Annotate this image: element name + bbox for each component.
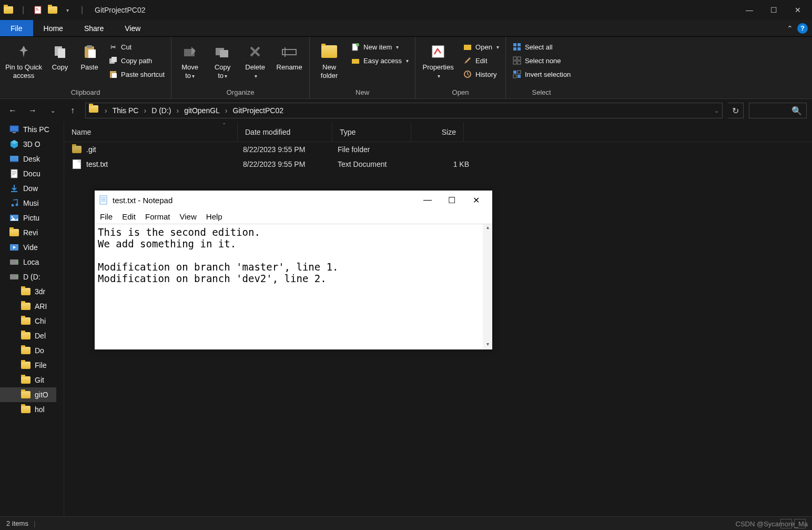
sidebar-item[interactable]: Desk <box>0 152 64 166</box>
sidebar-scrollbar[interactable] <box>56 122 64 522</box>
svg-point-47 <box>16 276 17 277</box>
select-none-icon <box>512 56 522 65</box>
paste-shortcut-button[interactable]: Paste shortcut <box>106 68 167 80</box>
select-all-button[interactable]: Select all <box>510 41 573 53</box>
svg-rect-31 <box>513 75 516 78</box>
copy-to-icon <box>213 42 232 61</box>
notepad-menu-view[interactable]: View <box>180 212 197 221</box>
col-name[interactable]: Name <box>64 122 238 142</box>
cut-button[interactable]: ✂Cut <box>106 41 167 53</box>
sidebar-item[interactable]: This PC <box>0 122 64 137</box>
breadcrumb-current[interactable]: GitProjectPC02 <box>233 106 283 115</box>
maximize-button[interactable]: ☐ <box>762 0 786 20</box>
breadcrumb-thispc[interactable]: This PC <box>113 106 139 115</box>
col-date[interactable]: Date modified <box>238 122 332 142</box>
notepad-textarea[interactable]: This is the second edition. We add somet… <box>95 224 492 349</box>
notepad-maximize-button[interactable]: ☐ <box>440 192 464 208</box>
sidebar-item[interactable]: Dow <box>0 181 64 196</box>
notepad-menu-help[interactable]: Help <box>206 212 222 221</box>
notepad-menu-format[interactable]: Format <box>145 212 170 221</box>
sidebar-item[interactable]: ARI <box>0 299 64 314</box>
open-button[interactable]: Open▾ <box>461 41 501 53</box>
sidebar-item[interactable]: Chi <box>0 314 64 328</box>
nav-recent-button[interactable]: ⌄ <box>45 103 60 118</box>
sidebar-item[interactable]: File <box>0 358 64 373</box>
tab-share[interactable]: Share <box>74 20 114 36</box>
select-none-button[interactable]: Select none <box>510 55 573 66</box>
minimize-button[interactable]: — <box>737 0 762 20</box>
sidebar-item[interactable]: Del <box>0 328 64 343</box>
notepad-titlebar[interactable]: test.txt - Notepad — ☐ ✕ <box>95 191 492 209</box>
search-input[interactable]: 🔍 <box>749 103 807 118</box>
nav-sidebar[interactable]: This PC3D ODeskDocuDowMusiPictuReviVideL… <box>0 122 64 522</box>
tab-file[interactable]: File <box>0 20 33 36</box>
pin-to-quick-access-button[interactable]: Pin to Quick access <box>4 39 43 81</box>
tab-home[interactable]: Home <box>33 20 74 36</box>
sidebar-item[interactable]: 3dr <box>0 284 64 299</box>
sidebar-item[interactable]: Revi <box>0 225 64 240</box>
music-icon <box>9 198 19 208</box>
notepad-menu-file[interactable]: File <box>100 212 113 221</box>
copy-path-button[interactable]: Copy path <box>106 55 167 66</box>
sidebar-item[interactable]: Musi <box>0 196 64 211</box>
breadcrumb-dropdown-icon[interactable]: ⌄ <box>714 107 719 114</box>
scroll-down-icon[interactable]: ▾ <box>483 341 492 349</box>
tab-view[interactable]: View <box>114 20 151 36</box>
history-button[interactable]: History <box>461 68 501 80</box>
help-button[interactable]: ? <box>797 23 808 34</box>
sidebar-item[interactable]: Git <box>0 373 64 387</box>
notepad-scrollbar[interactable]: ▴ ▾ <box>483 224 492 349</box>
file-row[interactable]: .git8/22/2023 9:55 PMFile folder <box>64 142 812 157</box>
ribbon-group-clipboard: Pin to Quick access Copy Paste ✂Cut Copy… <box>0 37 171 98</box>
edit-button[interactable]: Edit <box>461 55 501 66</box>
svg-point-39 <box>12 204 14 207</box>
rename-button[interactable]: Rename <box>273 39 305 72</box>
paste-button[interactable]: Paste <box>77 39 102 72</box>
nav-up-button[interactable]: ↑ <box>65 103 80 118</box>
ribbon-collapse-button[interactable]: ⌃ <box>787 24 793 33</box>
qat-properties-icon[interactable] <box>32 4 44 16</box>
svg-rect-33 <box>10 126 18 132</box>
move-to-button[interactable]: Move to▾ <box>176 39 204 81</box>
col-size[interactable]: Size <box>411 122 464 142</box>
sidebar-item[interactable]: Loca <box>0 255 64 269</box>
new-folder-button[interactable]: New folder <box>314 39 344 81</box>
qat-dropdown-icon[interactable]: ▾ <box>61 4 74 16</box>
sidebar-item[interactable]: gitO <box>0 387 64 402</box>
breadcrumb-drive[interactable]: D (D:) <box>151 106 171 115</box>
notepad-minimize-button[interactable]: — <box>415 192 440 208</box>
qat-newfolder-icon[interactable] <box>46 4 59 16</box>
notepad-close-button[interactable]: ✕ <box>464 192 488 208</box>
breadcrumb-gitopengl[interactable]: gitOpenGL <box>184 106 220 115</box>
easy-access-button[interactable]: Easy access▾ <box>349 55 411 66</box>
folder-icon <box>9 228 19 237</box>
sidebar-item[interactable]: Vide <box>0 240 64 255</box>
svg-rect-4 <box>87 45 92 48</box>
svg-rect-14 <box>285 47 286 57</box>
sidebar-item[interactable]: 3D O <box>0 137 64 152</box>
sidebar-item[interactable]: Pictu <box>0 211 64 225</box>
file-row[interactable]: test.txt8/22/2023 9:55 PMText Document1 … <box>64 157 812 172</box>
properties-button[interactable]: Properties▾ <box>420 39 456 81</box>
sidebar-item[interactable]: D (D: <box>0 269 64 284</box>
close-button[interactable]: ✕ <box>786 0 810 20</box>
notepad-menu-edit[interactable]: Edit <box>122 212 136 221</box>
pin-icon <box>14 42 33 61</box>
sidebar-item[interactable]: Do <box>0 343 64 358</box>
nav-forward-button[interactable]: → <box>25 103 40 118</box>
breadcrumb[interactable]: › This PC › D (D:) › gitOpenGL › GitProj… <box>85 103 723 118</box>
sidebar-item[interactable]: Docu <box>0 166 64 181</box>
delete-button[interactable]: Delete▾ <box>241 39 269 81</box>
invert-selection-button[interactable]: Invert selection <box>510 68 573 80</box>
sidebar-item[interactable]: hol <box>0 402 64 417</box>
refresh-button[interactable]: ↻ <box>728 103 744 118</box>
delete-icon <box>246 42 265 61</box>
cube3d-icon <box>9 139 19 149</box>
copy-button[interactable]: Copy <box>47 39 73 72</box>
nav-back-button[interactable]: ← <box>5 103 20 118</box>
file-date: 8/22/2023 9:55 PM <box>243 160 338 168</box>
scroll-up-icon[interactable]: ▴ <box>483 224 492 233</box>
new-item-button[interactable]: New item▾ <box>349 41 411 53</box>
copy-to-button[interactable]: Copy to▾ <box>208 39 237 81</box>
col-type[interactable]: Type <box>332 122 411 142</box>
